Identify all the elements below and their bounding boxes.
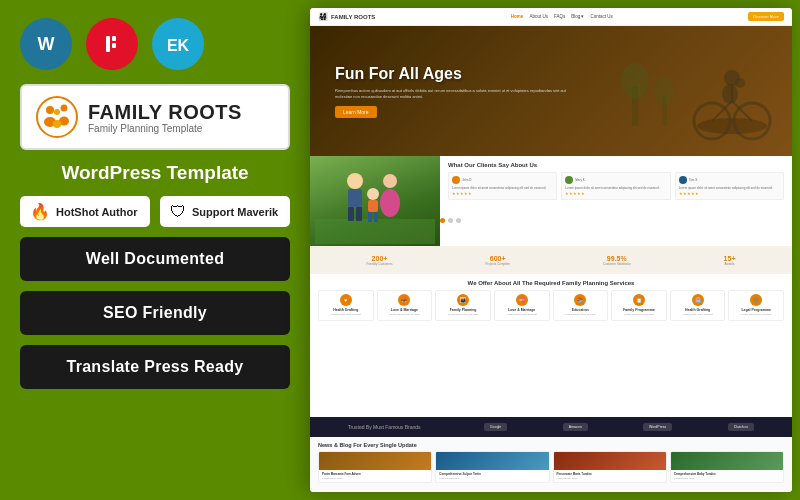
mock-hero-btn[interactable]: Learn More <box>335 106 377 118</box>
support-icon: 🛡 <box>170 203 186 221</box>
feature-btn-2[interactable]: SEO Friendly <box>20 291 290 335</box>
wordpress-icon: W <box>20 18 72 70</box>
tc-header-1: John D. <box>452 176 553 184</box>
blog-img-2 <box>436 452 548 470</box>
stat-2-label: Projects Complete <box>485 262 510 266</box>
svg-rect-36 <box>368 200 378 212</box>
tc-name-3: Tom S. <box>689 178 698 182</box>
mock-cards-section: What Our Clients Say About Us John D. Lo… <box>310 156 792 246</box>
mock-services-title: We Offer About All The Required Family P… <box>318 280 784 286</box>
blog-img-1 <box>319 452 431 470</box>
svg-point-35 <box>367 188 379 200</box>
blog-content-4: Comprehensive Baby Tundex Lorem ipsum do… <box>671 470 783 482</box>
blog-img-4 <box>671 452 783 470</box>
svg-point-33 <box>383 174 397 188</box>
tc-stars-3: ★★★★★ <box>679 191 780 196</box>
nav-link-faqs[interactable]: FAQs <box>554 14 565 19</box>
stat-2: 600+ Projects Complete <box>485 255 510 266</box>
svg-point-34 <box>380 189 400 217</box>
service-card-2: 💑 Love & Marriage Lorem ipsum dolor sit … <box>377 290 433 321</box>
service-icon-6: 📋 <box>633 294 645 306</box>
service-card-6: 📋 Family Programme Lorem ipsum dolor sit… <box>611 290 667 321</box>
mock-brands: Trusted By Must Famous Brands Google Ama… <box>310 417 792 437</box>
stat-1: 200+ Friendly Customers <box>366 255 392 266</box>
testimonial-card-1: John D. Lorem ipsum dolor sit amet conse… <box>448 172 557 200</box>
service-text-1: Lorem ipsum dolor sit amet <box>322 313 370 317</box>
service-icon-5: 📚 <box>574 294 586 306</box>
svg-point-10 <box>61 105 68 112</box>
stat-1-num: 200+ <box>366 255 392 262</box>
carousel-dot-1[interactable] <box>440 218 445 223</box>
mock-nav-logo-icon: 👨‍👩‍👧‍👦 <box>318 12 328 21</box>
service-title-6: Family Programme <box>615 308 663 312</box>
service-text-3: Lorem ipsum dolor sit amet <box>439 313 487 317</box>
mock-stats: 200+ Friendly Customers 600+ Projects Co… <box>310 246 792 274</box>
tc-header-3: Tom S. <box>679 176 780 184</box>
blog-text-2: Lorem ipsum dolor... <box>439 477 545 480</box>
service-title-3: Family Planning <box>439 308 487 312</box>
mock-photo-inner <box>310 156 440 246</box>
nav-link-about[interactable]: About Us <box>529 14 548 19</box>
mock-nav-links: Home About Us FAQs Blog ▾ Contact Us <box>511 14 613 19</box>
feature-btn-1[interactable]: Well Documented <box>20 237 290 281</box>
mock-nav-cta[interactable]: Discover More <box>748 12 784 21</box>
stat-4-label: Awards <box>724 262 736 266</box>
tc-text-3: Lorem ipsum dolor sit amet consectetur a… <box>679 186 780 190</box>
nav-link-blog[interactable]: Blog ▾ <box>571 14 584 19</box>
svg-point-11 <box>54 109 60 115</box>
support-text: Support Maverik <box>192 206 278 218</box>
brand-clutch: Clutch.co <box>728 423 755 431</box>
right-panel: 👨‍👩‍👧‍👦 FAMILY ROOTS Home About Us FAQs … <box>310 8 792 492</box>
brand-amazon: Amazon <box>563 423 588 431</box>
mock-hero-text: Rempornbus autom quibusdam at aut offici… <box>335 88 574 100</box>
service-icon-1: ♥ <box>340 294 352 306</box>
brand-name: FAMILY ROOTS <box>88 101 242 123</box>
family-illustration <box>315 159 435 244</box>
svg-point-22 <box>722 84 738 104</box>
tc-stars-1: ★★★★★ <box>452 191 553 196</box>
carousel-dot-2[interactable] <box>448 218 453 223</box>
left-panel: W EK <box>0 0 310 500</box>
tc-stars-2: ★★★★★ <box>565 191 666 196</box>
brand-box: FAMILY ROOTS Family Planning Template <box>20 84 290 150</box>
stat-4: 15+ Awards <box>724 255 736 266</box>
svg-rect-32 <box>356 207 362 221</box>
stat-1-label: Friendly Customers <box>366 262 392 266</box>
service-title-1: Health Grafting <box>322 308 370 312</box>
mock-testimonial-cards: John D. Lorem ipsum dolor sit amet conse… <box>448 172 784 200</box>
mock-hero-silhouette <box>612 26 792 156</box>
blog-headline-3: Persorasie Maris Tundex <box>557 472 663 476</box>
blog-content-1: Porto Maresme Fam Adven Lorem ipsum dolo… <box>319 470 431 482</box>
svg-text:W: W <box>38 34 55 54</box>
svg-text:EK: EK <box>167 37 190 54</box>
svg-rect-5 <box>112 43 116 48</box>
hotshot-icon: 🔥 <box>30 202 50 221</box>
elementor-icon <box>86 18 138 70</box>
svg-rect-4 <box>112 36 116 41</box>
mock-nav-logo: 👨‍👩‍👧‍👦 FAMILY ROOTS <box>318 12 375 21</box>
mock-services: We Offer About All The Required Family P… <box>310 274 792 417</box>
carousel-dot-3[interactable] <box>456 218 461 223</box>
service-title-2: Love & Marriage <box>381 308 429 312</box>
service-text-4: Lorem ipsum dolor sit amet <box>498 313 546 317</box>
blog-text-4: Lorem ipsum dolor... <box>674 477 780 480</box>
blog-card-4: Comprehensive Baby Tundex Lorem ipsum do… <box>670 451 784 483</box>
feature-btn-3[interactable]: Translate Press Ready <box>20 345 290 389</box>
service-text-8: Lorem ipsum dolor sit amet <box>732 313 780 317</box>
mock-blog-title: News & Blog For Every Single Update <box>318 442 784 448</box>
blog-img-3 <box>554 452 666 470</box>
avatar-3 <box>679 176 687 184</box>
nav-link-home[interactable]: Home <box>511 14 524 19</box>
service-card-3: 👨‍👩‍👧 Family Planning Lorem ipsum dolor … <box>435 290 491 321</box>
blog-card-2: Comprehensive Sulpur Tertix Lorem ipsum … <box>435 451 549 483</box>
blog-headline-2: Comprehensive Sulpur Tertix <box>439 472 545 476</box>
website-mockup: 👨‍👩‍👧‍👦 FAMILY ROOTS Home About Us FAQs … <box>310 8 792 492</box>
stat-4-num: 15+ <box>724 255 736 262</box>
svg-point-9 <box>46 106 54 114</box>
blog-content-2: Comprehensive Sulpur Tertix Lorem ipsum … <box>436 470 548 482</box>
avatar-1 <box>452 176 460 184</box>
stat-3-label: Customer Satisfactio <box>603 262 631 266</box>
nav-link-contact[interactable]: Contact Us <box>590 14 612 19</box>
mock-blog: News & Blog For Every Single Update Port… <box>310 437 792 492</box>
service-card-4: 💝 Love & Marriage Lorem ipsum dolor sit … <box>494 290 550 321</box>
